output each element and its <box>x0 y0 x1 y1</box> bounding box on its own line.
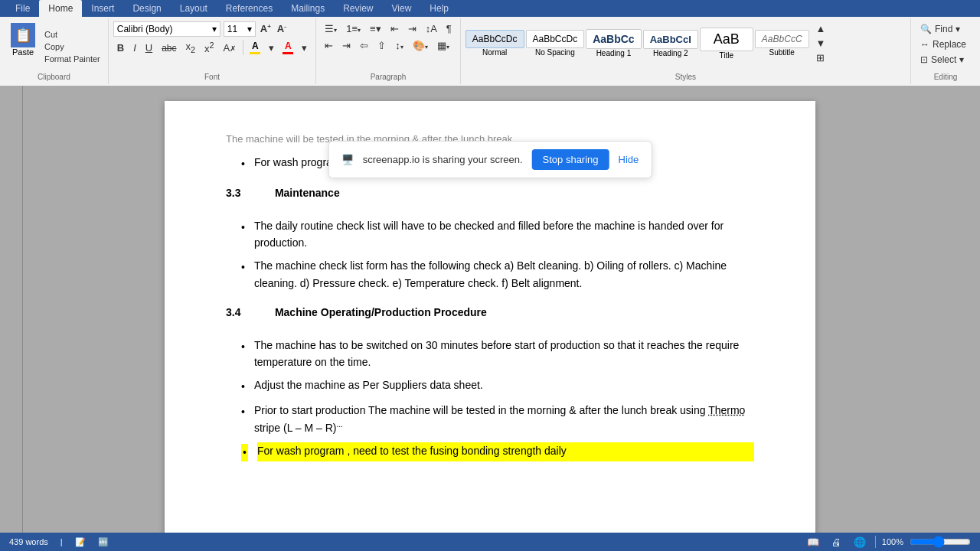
style-subtitle-item[interactable]: AaBbCcC Subtitle <box>755 30 809 57</box>
word-count: 439 words <box>9 537 48 546</box>
multilevel-button[interactable]: ≡▾ <box>366 21 385 36</box>
zoom-slider[interactable] <box>910 536 971 548</box>
copy-button[interactable]: Copy <box>43 41 102 52</box>
stop-sharing-button[interactable]: Stop sharing <box>532 149 609 170</box>
bullet-text-p3-part2: stripe (L – M – R) <box>254 422 337 434</box>
align-center-button[interactable]: ⇥ <box>338 38 354 53</box>
underline-button[interactable]: U <box>142 41 156 55</box>
superscript-button[interactable]: x2 <box>201 39 218 56</box>
bullet-highlighted: • For wash program , need to test the fu… <box>226 442 754 461</box>
numbering-button[interactable]: 1≡▾ <box>342 21 364 36</box>
style-title-preview[interactable]: AaB <box>700 28 753 51</box>
styles-scroll-up[interactable]: ▲ <box>812 21 830 36</box>
view-web-button[interactable]: 🌐 <box>851 535 869 549</box>
tab-file[interactable]: File <box>6 0 39 17</box>
margin-line <box>22 86 23 533</box>
style-no-spacing-item[interactable]: AaBbCcDc No Spacing <box>526 30 585 57</box>
track-changes-indicator: 📝 <box>75 537 86 547</box>
format-painter-button[interactable]: Format Painter <box>43 54 102 64</box>
cut-button[interactable]: Cut <box>43 29 102 40</box>
strikethrough-button[interactable]: abc <box>158 41 180 55</box>
view-read-button[interactable]: 📖 <box>804 535 822 549</box>
bold-button[interactable]: B <box>113 41 128 55</box>
style-no-spacing-preview[interactable]: AaBbCcDc <box>526 30 585 48</box>
justify-button[interactable]: ⇧ <box>374 38 390 53</box>
style-subtitle-preview[interactable]: AaBbCcC <box>755 30 809 48</box>
clipboard-section: 📋 Paste Cut Copy Format Painter Clipboar… <box>0 18 109 84</box>
sort-button[interactable]: ↕A <box>422 21 441 36</box>
italic-button[interactable]: I <box>129 41 140 55</box>
bullet-dot-h: • <box>241 444 248 461</box>
line-spacing-button[interactable]: ↕▾ <box>391 38 407 53</box>
show-marks-button[interactable]: ¶ <box>443 21 456 36</box>
tab-home[interactable]: Home <box>39 0 82 17</box>
spacer-2 <box>226 331 754 337</box>
styles-expand[interactable]: ⊞ <box>812 51 830 65</box>
screen-share-message: screenapp.io is sharing your screen. <box>363 154 523 165</box>
tab-references[interactable]: References <box>217 0 282 17</box>
align-right-button[interactable]: ⇦ <box>356 38 372 53</box>
tab-review[interactable]: Review <box>334 0 382 17</box>
font-color-button[interactable]: A <box>279 39 296 56</box>
bullet-maintenance-1: • The daily routine check list will have… <box>226 217 754 252</box>
style-normal-preview[interactable]: AaBbCcDc <box>466 30 524 48</box>
font-name-dropdown[interactable]: Calibri (Body) ▾ <box>113 21 220 37</box>
screen-share-icon: 🖥️ <box>341 154 354 165</box>
replace-icon: ↔ <box>920 39 929 50</box>
editing-section: 🔍 Find ▾ ↔ Replace ⊡ Select ▾ Editing <box>911 18 980 84</box>
highlight-dropdown[interactable]: ▾ <box>265 41 278 55</box>
select-button[interactable]: ⊡ Select ▾ <box>917 52 974 67</box>
shading-button[interactable]: 🎨▾ <box>409 38 432 53</box>
hide-button[interactable]: Hide <box>619 154 639 165</box>
section-3-4-title: Machine Operating/Production Procedure <box>275 306 487 318</box>
bullets-button[interactable]: ☰▾ <box>321 21 341 36</box>
bullet-dot-p1: • <box>241 338 245 371</box>
subscript-button[interactable]: x2 <box>182 39 200 56</box>
clear-format-button[interactable]: A✗ <box>220 41 240 55</box>
style-title-item[interactable]: AaB Title <box>700 28 753 60</box>
tab-view[interactable]: View <box>383 0 421 17</box>
tab-design[interactable]: Design <box>123 0 170 17</box>
view-print-button[interactable]: 🖨 <box>828 535 844 549</box>
font-label: Font <box>204 71 220 81</box>
tab-layout[interactable]: Layout <box>171 0 217 17</box>
style-heading2-item[interactable]: AaBbCcI Heading 2 <box>643 30 698 57</box>
section-3-4-heading: 3.4 Machine Operating/Production Procedu… <box>226 304 754 321</box>
section-3-3-heading: 3.3 Maintenance <box>226 184 754 201</box>
align-left-button[interactable]: ⇤ <box>321 38 337 53</box>
font-size-dropdown[interactable]: 11 ▾ <box>224 21 256 37</box>
paragraph-section: ☰▾ 1≡▾ ≡▾ ⇤ ⇥ ↕A ¶ ⇤ ⇥ ⇦ ⇧ ↕▾ 🎨▾ ▦▾ Para… <box>316 18 461 84</box>
borders-button[interactable]: ▦▾ <box>433 38 453 53</box>
font-color-dropdown[interactable]: ▾ <box>298 41 311 55</box>
tab-insert[interactable]: Insert <box>82 0 123 17</box>
decrease-indent-button[interactable]: ⇤ <box>387 21 403 36</box>
bullet-dot-m2: • <box>241 259 245 292</box>
style-heading2-preview[interactable]: AaBbCcI <box>643 30 698 49</box>
status-divider-2 <box>875 536 876 548</box>
zoom-level: 100% <box>882 537 903 546</box>
increase-indent-button[interactable]: ⇥ <box>404 21 420 36</box>
styles-scroll-down[interactable]: ▼ <box>812 36 830 51</box>
styles-label: Styles <box>675 71 696 81</box>
paste-button[interactable]: 📋 Paste <box>6 21 40 71</box>
bullet-production-1: • The machine has to be switched on 30 m… <box>226 337 754 371</box>
tab-mailings[interactable]: Mailings <box>282 0 334 17</box>
style-normal-item[interactable]: AaBbCcDc Normal <box>466 30 524 57</box>
style-title-label: Title <box>720 51 734 60</box>
highlight-color-swatch <box>250 52 260 54</box>
paste-icon: 📋 <box>11 23 35 47</box>
paragraph-label: Paragraph <box>371 71 407 81</box>
bullet-dot-p3: • <box>241 403 245 436</box>
style-heading1-preview[interactable]: AaBbCc <box>586 29 641 49</box>
bullet-production-3: • Prior to start production The machine … <box>226 402 754 436</box>
font-size-increase[interactable]: A+ <box>259 23 273 34</box>
divider <box>243 40 243 55</box>
bullet-production-2: • Adjust the machine as Per Suppliers da… <box>226 377 754 395</box>
styles-section: AaBbCcDc Normal AaBbCcDc No Spacing AaBb… <box>461 18 911 84</box>
text-highlight-button[interactable]: A <box>247 39 263 56</box>
replace-button[interactable]: ↔ Replace <box>917 37 974 52</box>
style-heading1-item[interactable]: AaBbCc Heading 1 <box>586 29 641 57</box>
find-button[interactable]: 🔍 Find ▾ <box>917 21 974 37</box>
font-size-decrease[interactable]: A- <box>276 23 288 34</box>
tab-help[interactable]: Help <box>420 0 458 17</box>
